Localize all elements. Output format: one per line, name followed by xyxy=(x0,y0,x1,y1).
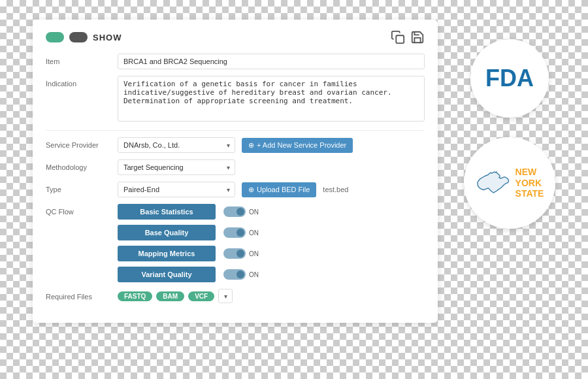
basic-statistics-on-label: ON xyxy=(249,208,259,216)
type-row: Type Paired-End ⊕ Upload BED File test.b… xyxy=(46,182,425,197)
type-select[interactable]: Paired-End xyxy=(118,182,235,197)
indication-content: Verification of a genetic basis for canc… xyxy=(118,76,425,124)
basic-statistics-thumb xyxy=(237,208,244,216)
mapping-metrics-thumb xyxy=(237,250,244,257)
service-provider-label: Service Provider xyxy=(46,137,118,149)
upload-bed-label: Upload BED File xyxy=(257,186,310,193)
vcf-badge: VCF xyxy=(188,291,214,301)
required-files-content: FASTQ BAM VCF ▾ xyxy=(118,289,425,303)
base-quality-on-label: ON xyxy=(249,229,259,237)
type-label: Type xyxy=(46,182,118,193)
qc-flow-label: QC Flow xyxy=(46,204,118,216)
variant-quality-toggle[interactable]: ON xyxy=(223,269,259,280)
variant-quality-thumb xyxy=(237,271,244,278)
fastq-badge: FASTQ xyxy=(118,291,152,301)
service-provider-content: DNArsb, Co., Ltd. ⊕ + Add New Service Pr… xyxy=(118,137,425,153)
required-files-row: Required Files FASTQ BAM VCF ▾ xyxy=(46,289,425,303)
basic-statistics-button[interactable]: Basic Statistics xyxy=(118,204,216,220)
mapping-metrics-button[interactable]: Mapping Metrics xyxy=(118,246,216,261)
qc-row-basic-stats: Basic Statistics ON xyxy=(118,204,425,220)
save-icon[interactable] xyxy=(410,30,425,44)
bed-file-name: test.bed xyxy=(323,186,348,193)
required-files-label: Required Files xyxy=(46,289,118,301)
qc-flow-content: Basic Statistics ON Base Quality xyxy=(118,204,425,282)
ny-line1: NEW xyxy=(515,167,544,178)
mapping-metrics-track[interactable] xyxy=(223,248,246,259)
qc-row-base-quality: Base Quality ON xyxy=(118,225,425,240)
item-label: Item xyxy=(46,54,118,65)
add-provider-icon: ⊕ xyxy=(248,141,254,150)
qc-flow-row: QC Flow Basic Statistics ON Base Quality xyxy=(46,204,425,282)
indication-label: Indication xyxy=(46,76,118,88)
service-provider-select-wrapper: DNArsb, Co., Ltd. xyxy=(118,137,235,153)
add-provider-label: + Add New Service Provider xyxy=(257,141,346,149)
show-label-group: SHOW xyxy=(46,32,122,42)
service-provider-row: Service Provider DNArsb, Co., Ltd. ⊕ + A… xyxy=(46,137,425,153)
ny-state-map-icon xyxy=(476,168,512,197)
variant-quality-button[interactable]: Variant Quality xyxy=(118,267,216,282)
methodology-content: Target Sequencing xyxy=(118,159,425,175)
basic-statistics-toggle[interactable]: ON xyxy=(223,206,259,217)
upload-bed-button[interactable]: ⊕ Upload BED File xyxy=(242,182,316,197)
bam-badge: BAM xyxy=(156,291,184,301)
variant-quality-on-label: ON xyxy=(249,271,259,278)
copy-icon[interactable] xyxy=(391,30,405,44)
methodology-label: Methodology xyxy=(46,159,118,171)
svg-rect-0 xyxy=(396,35,404,43)
show-label: SHOW xyxy=(93,33,122,42)
toggle-green[interactable] xyxy=(46,32,64,42)
ny-state-text-group: NEW YORK STATE xyxy=(515,167,544,199)
divider-1 xyxy=(46,130,425,131)
qc-flow-buttons: Basic Statistics ON Base Quality xyxy=(118,204,425,282)
ny-line3: STATE xyxy=(515,188,544,199)
required-files-list: FASTQ BAM VCF ▾ xyxy=(118,289,425,303)
add-provider-button[interactable]: ⊕ + Add New Service Provider xyxy=(242,138,353,153)
upload-icon: ⊕ xyxy=(248,186,254,194)
qc-row-mapping-metrics: Mapping Metrics ON xyxy=(118,246,425,261)
type-upload-row: Paired-End ⊕ Upload BED File test.bed xyxy=(118,182,425,197)
base-quality-toggle[interactable]: ON xyxy=(223,227,259,238)
service-provider-select[interactable]: DNArsb, Co., Ltd. xyxy=(118,137,235,153)
mapping-metrics-on-label: ON xyxy=(249,250,259,257)
toggle-dark[interactable] xyxy=(69,32,88,42)
indication-row: Indication Verification of a genetic bas… xyxy=(46,76,425,124)
fda-badge: FDA xyxy=(470,39,549,118)
ny-inner: NEW YORK STATE xyxy=(476,167,544,199)
methodology-select-wrapper: Target Sequencing xyxy=(118,159,235,175)
base-quality-thumb xyxy=(237,229,244,237)
more-files-button[interactable]: ▾ xyxy=(218,289,233,303)
indication-textarea[interactable]: Verification of a genetic basis for canc… xyxy=(118,76,425,122)
item-content xyxy=(118,54,425,69)
methodology-row: Methodology Target Sequencing xyxy=(46,159,425,175)
mapping-metrics-toggle[interactable]: ON xyxy=(223,248,259,259)
main-card: SHOW Item Indication Verification of a g… xyxy=(33,20,438,323)
service-provider-controls: DNArsb, Co., Ltd. ⊕ + Add New Service Pr… xyxy=(118,137,425,153)
type-content: Paired-End ⊕ Upload BED File test.bed xyxy=(118,182,425,197)
item-row: Item xyxy=(46,54,425,69)
header-icons xyxy=(391,30,425,44)
fda-text: FDA xyxy=(485,65,534,92)
basic-statistics-track[interactable] xyxy=(223,206,246,217)
base-quality-button[interactable]: Base Quality xyxy=(118,225,216,240)
methodology-select[interactable]: Target Sequencing xyxy=(118,159,235,175)
card-header: SHOW xyxy=(46,30,425,44)
item-input[interactable] xyxy=(118,54,425,69)
ny-line2: YORK xyxy=(515,178,544,189)
qc-row-variant-quality: Variant Quality ON xyxy=(118,267,425,282)
type-select-wrapper: Paired-End xyxy=(118,182,235,197)
base-quality-track[interactable] xyxy=(223,227,246,238)
variant-quality-track[interactable] xyxy=(223,269,246,280)
ny-state-badge: NEW YORK STATE xyxy=(464,137,555,229)
